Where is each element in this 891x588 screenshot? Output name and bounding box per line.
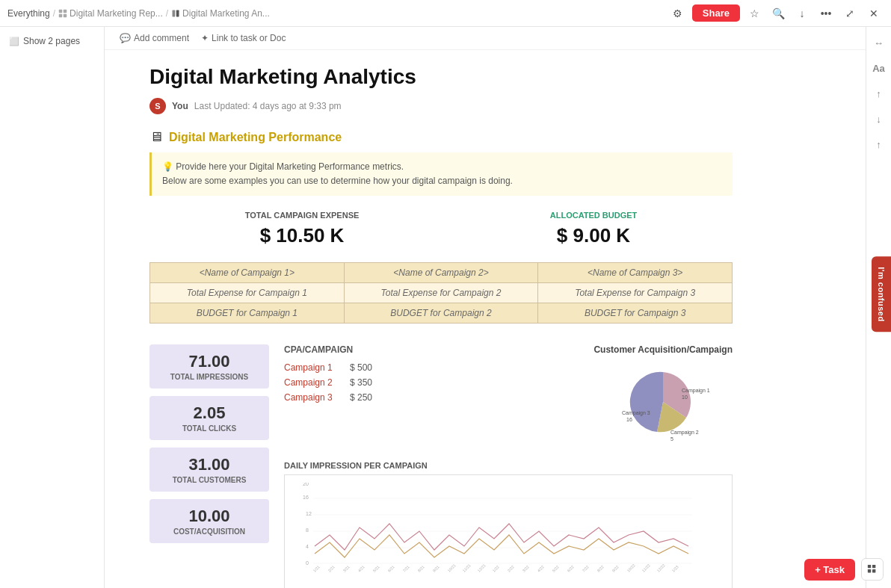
cpa-row-1: Campaign 1 $ 500 <box>284 362 579 373</box>
svg-text:Campaign 1: Campaign 1 <box>682 388 710 394</box>
cpa-section: CPA/CAMPAIGN Campaign 1 $ 500 Campaign 2… <box>284 344 579 443</box>
breadcrumb-sep2: / <box>166 8 168 19</box>
confused-button[interactable]: I'm confused <box>872 256 891 332</box>
campaign-table: <Name of Campaign 1> <Name of Campaign 2… <box>149 262 733 324</box>
allocated-budget-block: ALLOCATED BUDGET $ 9.00 K <box>550 211 638 247</box>
show-pages-item[interactable]: ⬜ Show 2 pages <box>4 33 99 49</box>
author-name: You <box>172 101 188 111</box>
svg-text:12/21: 12/21 <box>476 563 486 573</box>
show-pages-label: Show 2 pages <box>23 36 80 46</box>
svg-rect-48 <box>868 565 871 568</box>
avatar: S <box>149 98 166 114</box>
author-row: S You Last Updated: 4 days ago at 9:33 p… <box>149 98 733 114</box>
svg-text:7/21: 7/21 <box>401 565 410 573</box>
impressions-box: 71.00 TOTAL IMPRESSIONS <box>149 344 269 389</box>
svg-text:11/21: 11/21 <box>461 563 471 573</box>
close-icon[interactable]: ✕ <box>864 4 884 23</box>
layout: ⬜ Show 2 pages 💬 Add comment ✦ Link to t… <box>0 27 891 588</box>
section-heading: 🖥 Digital Marketing Performance <box>149 129 733 145</box>
more-icon[interactable]: ••• <box>816 4 836 23</box>
cpa-campaign-3: Campaign 3 <box>284 392 344 403</box>
breadcrumb-current[interactable]: Digital Marketing An... <box>171 8 270 19</box>
svg-rect-5 <box>176 10 179 16</box>
allocated-budget-value: $ 9.00 K <box>550 224 638 247</box>
cost-value: 10.00 <box>160 507 259 526</box>
task-button[interactable]: + Task <box>804 559 855 581</box>
sidebar: ⬜ Show 2 pages <box>0 27 105 588</box>
svg-text:5/21: 5/21 <box>371 565 380 573</box>
stats-column: 71.00 TOTAL IMPRESSIONS 2.05 TOTAL CLICK… <box>149 344 269 588</box>
callout-line1: Provide here your Digital Marketing Perf… <box>176 161 404 172</box>
svg-text:8: 8 <box>306 527 309 533</box>
top-bar: Everything / Digital Marketing Rep... / … <box>0 0 891 27</box>
cpa-campaign-1: Campaign 1 <box>284 362 344 373</box>
comment-icon: 💬 <box>120 33 131 43</box>
grid-button[interactable] <box>861 558 884 581</box>
right-sidebar-share-icon[interactable]: ↑ <box>869 134 889 154</box>
svg-text:9/22: 9/22 <box>611 565 619 573</box>
breadcrumb-root[interactable]: Everything <box>7 8 50 19</box>
customers-label: TOTAL CUSTOMERS <box>160 476 259 484</box>
add-comment-btn[interactable]: 💬 Add comment <box>120 33 189 43</box>
campaign-name-1: <Name of Campaign 1> <box>150 263 345 283</box>
svg-text:4/22: 4/22 <box>536 565 544 573</box>
right-sidebar-up-icon[interactable]: ↑ <box>869 84 889 103</box>
clicks-value: 2.05 <box>160 403 259 423</box>
svg-text:6/22: 6/22 <box>566 565 574 573</box>
pie-chart-section: Customer Acquisition/Campaign Cam <box>594 344 733 443</box>
right-sidebar-collapse-icon[interactable]: ↔ <box>869 33 889 52</box>
svg-rect-51 <box>872 569 875 572</box>
svg-text:3/22: 3/22 <box>521 565 529 573</box>
svg-text:7/22: 7/22 <box>581 565 589 573</box>
metrics-row: TOTAL CAMPAIGN EXPENSE $ 10.50 K ALLOCAT… <box>149 211 733 247</box>
svg-text:16: 16 <box>626 417 632 422</box>
bottom-bar: + Task <box>804 558 884 581</box>
search-icon[interactable]: 🔍 <box>768 4 788 23</box>
cpa-campaign-2: Campaign 2 <box>284 377 344 388</box>
cpa-value-1: $ 500 <box>350 362 372 373</box>
export-icon[interactable]: ↓ <box>792 4 812 23</box>
line-chart-area: DAILY IMPRESSION PER CAMPAIGN 0 4 8 12 1… <box>284 461 733 588</box>
svg-text:5: 5 <box>670 436 673 442</box>
svg-text:8/22: 8/22 <box>596 565 604 573</box>
cost-box: 10.00 COST/ACQUISITION <box>149 499 269 543</box>
charts-area: CPA/CAMPAIGN Campaign 1 $ 500 Campaign 2… <box>284 344 733 588</box>
svg-rect-0 <box>59 9 63 13</box>
svg-rect-2 <box>59 13 63 17</box>
svg-text:1/22: 1/22 <box>491 565 499 573</box>
expense-2: Total Expense for Campaign 2 <box>344 283 538 303</box>
main-content: 💬 Add comment ✦ Link to task or Doc Digi… <box>105 27 866 588</box>
cpa-row-3: Campaign 3 $ 250 <box>284 392 579 403</box>
share-button[interactable]: Share <box>692 4 740 22</box>
pie-title: Customer Acquisition/Campaign <box>594 344 733 355</box>
doc-body: Digital Marketing Analytics S You Last U… <box>105 50 777 588</box>
cpa-title: CPA/CAMPAIGN <box>284 344 579 355</box>
settings-icon[interactable]: ⚙ <box>668 4 688 23</box>
link-task-btn[interactable]: ✦ Link to task or Doc <box>201 33 286 43</box>
svg-text:12/22: 12/22 <box>656 563 665 573</box>
table-row: Total Expense for Campaign 1 Total Expen… <box>150 283 733 303</box>
svg-text:5/22: 5/22 <box>551 565 559 573</box>
clicks-label: TOTAL CLICKS <box>160 424 259 433</box>
svg-rect-3 <box>64 13 67 17</box>
doc-title: Digital Marketing Analytics <box>149 65 733 89</box>
cpa-row-2: Campaign 2 $ 350 <box>284 377 579 388</box>
svg-text:9/21: 9/21 <box>431 565 440 573</box>
collapse-icon[interactable]: ⤢ <box>840 4 860 23</box>
star-icon[interactable]: ☆ <box>744 4 764 23</box>
svg-text:4: 4 <box>306 544 309 549</box>
pages-icon: ⬜ <box>9 37 19 46</box>
svg-text:8/21: 8/21 <box>416 565 425 573</box>
svg-rect-49 <box>872 565 875 568</box>
svg-text:2/22: 2/22 <box>506 565 514 573</box>
breadcrumb-folder[interactable]: Digital Marketing Rep... <box>58 8 163 19</box>
svg-text:2/21: 2/21 <box>327 565 335 573</box>
right-sidebar-down-icon[interactable]: ↓ <box>869 109 889 129</box>
breadcrumb: Everything / Digital Marketing Rep... / … <box>7 8 270 19</box>
right-sidebar-font-icon[interactable]: Aa <box>869 58 889 78</box>
stats-charts: 71.00 TOTAL IMPRESSIONS 2.05 TOTAL CLICK… <box>149 344 733 588</box>
last-updated: Last Updated: 4 days ago at 9:33 pm <box>194 101 342 111</box>
svg-text:Campaign 2: Campaign 2 <box>670 430 699 436</box>
customers-box: 31.00 TOTAL CUSTOMERS <box>149 448 269 492</box>
line-chart-container: 0 4 8 12 16 20 <box>284 474 733 588</box>
